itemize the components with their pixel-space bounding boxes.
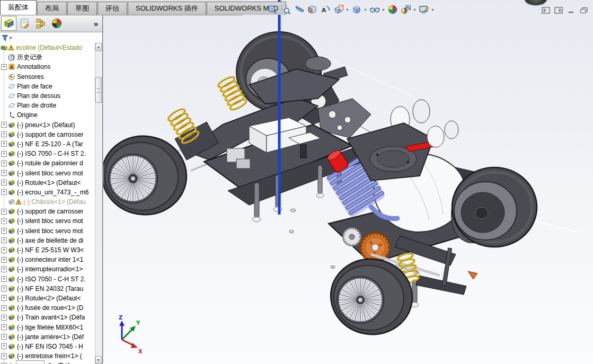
edit-appearance-button[interactable] [386,3,399,16]
expander-plus-icon[interactable] [1,151,7,157]
panel-tab-feature-manager[interactable] [1,16,16,31]
expander-plus-icon[interactable] [1,180,7,185]
expander-plus-icon[interactable] [1,64,7,70]
expander-plus-icon[interactable] [1,228,7,234]
tree-item[interactable]: (-) NF E 25-515 W W3< [0,245,95,255]
command-tab-4[interactable]: SOLIDWORKS 插件 [128,2,206,15]
expander-plus-icon[interactable] [1,209,7,215]
zoom-to-fit-button[interactable] [265,3,279,16]
tree-item[interactable]: (-) connecteur inter 1<1 [0,255,95,264]
expander-plus-icon[interactable] [1,161,7,166]
expander-plus-icon[interactable] [1,189,7,195]
tree-item[interactable]: (-) ISO 7050 - C-H ST 2. [0,149,95,158]
pane-right-button[interactable] [554,6,563,14]
tree-item[interactable]: (-) Châssis<1> (Défau [0,197,95,207]
command-tab-2[interactable]: 草图 [67,2,97,15]
expander-plus-icon[interactable] [1,353,7,359]
expander-plus-icon[interactable] [1,247,7,253]
tree-item[interactable]: (-) axe de biellette de di [0,236,95,245]
tree-item[interactable]: (-) ecrou_uni_7473_-_m6 [0,188,95,197]
expander-plus-icon[interactable] [1,122,7,128]
command-tab-3[interactable]: 评估 [98,2,127,15]
rear-right-wheel[interactable] [452,167,537,247]
tree-item[interactable]: (-) silent bloc servo mot [0,216,95,226]
panel-tabs-overflow[interactable]: » [94,19,98,28]
tree-item[interactable]: Origine [0,110,95,120]
scroll-thumb[interactable] [95,77,102,103]
expander-plus-icon[interactable] [1,295,7,301]
zoom-to-area-button[interactable] [279,3,292,16]
hide-show-items-button[interactable] [368,3,381,16]
hide-show-items-flyout-caret[interactable]: ▼ [381,8,386,12]
panel-tab-property-manager[interactable] [17,16,32,31]
tree-item[interactable]: Sensores [0,72,95,82]
scroll-down-button[interactable]: ▼ [95,356,102,364]
command-tab-0[interactable]: 装配体 [0,0,37,15]
tree-item[interactable]: (-) jante arrière<1> (Déf [0,332,95,342]
tree-filter-row[interactable]: ▾ [0,32,102,43]
tree-item[interactable]: (-) interrupteurradio<1> [0,264,95,274]
view-orientation-flyout-caret[interactable]: ▼ [345,8,350,12]
view-settings-button[interactable] [417,3,430,16]
tree-item[interactable]: (-) fusée de roue<1> (D [0,303,95,313]
expander-plus-icon[interactable] [1,286,7,291]
tree-item[interactable]: (-) Rotule<1> (Défaut< [0,178,95,188]
front-left-wheel[interactable] [96,131,191,220]
tree-item[interactable]: (-) silent bloc servo mot [0,226,95,236]
scroll-up-button[interactable]: ▲ [95,43,102,51]
tree-item[interactable]: (-) NF E 25-120 - A (Tar [0,139,95,149]
expander-plus-icon[interactable] [1,315,7,321]
display-style-button[interactable] [350,3,363,16]
tree-item-label: (-) NF E 25-515 W W3< [17,246,84,254]
tree-item[interactable]: (-) pneu 2<1> (Défau [0,361,95,364]
tree-item[interactable]: (-) Train avant<1> (Défa [0,313,95,322]
tree-item[interactable]: Plan de face [0,82,95,91]
expander-plus-icon[interactable] [1,257,7,263]
tree-item[interactable]: (-) NF EN ISO 7045 - H [0,342,95,351]
expander-plus-icon[interactable] [1,237,7,243]
tree-item[interactable]: Plan de droite [0,101,95,110]
tree-item[interactable]: (-) silent bloc servo mot [0,168,95,177]
tree-item[interactable]: ecoline (Défaut<Estado [0,43,95,52]
tree-item[interactable]: 历史记录 [0,52,95,62]
expander-plus-icon[interactable] [1,276,7,282]
panel-tab-configuration-manager[interactable] [33,16,48,31]
expander-plus-icon[interactable] [1,131,7,137]
expander-plus-icon[interactable] [1,170,7,176]
expander-plus-icon[interactable] [1,267,7,272]
tree-item[interactable]: (-) support de carrosser [0,130,95,139]
tree-item[interactable]: (-) Rotule<2> (Défaut< [0,294,95,303]
tree-item[interactable]: AAnnotations [0,62,95,72]
view-settings-flyout-caret[interactable]: ▼ [430,8,435,12]
view-orientation-icon [333,4,344,15]
expander-plus-icon[interactable] [1,141,7,147]
apply-scene-button[interactable] [399,3,412,16]
view-orientation-button[interactable] [332,3,345,16]
tree-item[interactable]: (-) entretoise frein<1> ( [0,351,95,361]
display-style-flyout-caret[interactable]: ▼ [363,8,368,12]
expander-plus-icon[interactable] [1,334,7,340]
dynamic-annotation-views-button[interactable]: A [318,3,332,16]
tree-item[interactable]: Plan de dessus [0,91,95,101]
panel-tab-display-manager[interactable] [49,16,64,31]
expander-plus-icon[interactable] [1,324,7,330]
pane-left-button[interactable] [541,6,550,14]
command-tab-1[interactable]: 布局 [37,2,67,15]
tree-scrollbar[interactable]: ▲ ▼ [95,43,102,364]
tree-item[interactable]: (-) rotule de palonnier d [0,158,95,168]
tree-item[interactable]: (-) NF EN 24032 (Tarau [0,284,95,294]
tree-item[interactable]: (-) tige filetée M8X60<1 [0,322,95,332]
section-view-button[interactable] [305,3,318,16]
expander-plus-icon[interactable] [1,305,7,311]
previous-view-button[interactable] [292,3,305,16]
filter-caret[interactable]: ▾ [10,35,12,40]
expander-plus-icon[interactable] [1,218,7,224]
tree-item[interactable]: (-) ISO 7050 - C-H ST 2. [0,274,95,284]
expander-plus-icon[interactable] [1,343,7,349]
restore-button[interactable] [579,6,588,14]
display-manager-icon [51,17,63,29]
tree-item[interactable]: (-) support de carrosser [0,207,95,216]
apply-scene-flyout-caret[interactable]: ▼ [412,8,417,12]
minimize-button[interactable] [567,6,576,14]
tree-item[interactable]: (-) pneu<1> (Défaut) [0,120,95,130]
